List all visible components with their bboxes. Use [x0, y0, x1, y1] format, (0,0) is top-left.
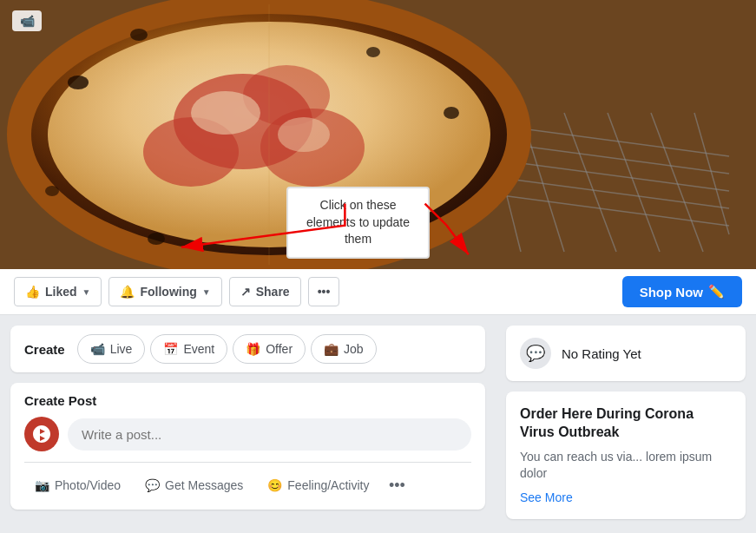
video-icon: 📹: [12, 10, 42, 31]
event-button[interactable]: 📅 Event: [150, 334, 227, 364]
right-column: 💬 No Rating Yet Order Here During Corona…: [496, 315, 756, 533]
order-title: Order Here During Corona Virus Outbreak: [520, 405, 732, 442]
photo-video-icon: 📷: [35, 478, 49, 492]
post-actions-row: 📷 Photo/Video 💬 Get Messages 😊 Feeling/A…: [24, 462, 471, 499]
svg-point-19: [68, 76, 89, 89]
post-more-button[interactable]: •••: [383, 471, 411, 499]
main-content: Create 📹 Live 📅 Event 🎁 Offer 💼 Job: [0, 315, 756, 533]
following-caret-icon: ▼: [202, 287, 211, 297]
left-column: Create 📹 Live 📅 Event 🎁 Offer 💼 Job: [0, 315, 496, 533]
following-button[interactable]: 🔔 Following ▼: [108, 277, 221, 306]
cover-area: 📹 Click on these elements to update them: [0, 0, 756, 269]
post-input[interactable]: [68, 418, 471, 451]
feeling-activity-button[interactable]: 😊 Feeling/Activity: [257, 473, 379, 497]
job-button[interactable]: 💼 Job: [311, 334, 377, 364]
event-icon: 📅: [163, 342, 178, 356]
edit-icon: ✏️: [708, 284, 725, 299]
feeling-icon: 😊: [267, 478, 282, 492]
shop-now-button[interactable]: Shop Now ✏️: [622, 276, 742, 307]
create-row: Create 📹 Live 📅 Event 🎁 Offer 💼 Job: [10, 326, 485, 372]
offer-icon: 🎁: [246, 342, 260, 356]
svg-point-26: [191, 91, 260, 135]
more-actions-button[interactable]: •••: [308, 277, 340, 306]
offer-button[interactable]: 🎁 Offer: [233, 334, 306, 364]
svg-point-27: [278, 117, 330, 152]
svg-point-21: [366, 47, 380, 57]
svg-point-24: [148, 233, 165, 245]
rating-text: No Rating Yet: [562, 346, 641, 361]
thumbs-up-icon: 👍: [25, 285, 40, 299]
liked-caret-icon: ▼: [82, 287, 91, 297]
create-label: Create: [24, 342, 65, 357]
post-more-icon: •••: [389, 477, 405, 495]
get-messages-icon: 💬: [145, 478, 160, 492]
get-messages-button[interactable]: 💬 Get Messages: [135, 473, 253, 497]
create-post-header: Create Post: [24, 393, 471, 408]
live-button[interactable]: 📹 Live: [77, 334, 146, 364]
svg-point-22: [444, 107, 459, 119]
following-icon: 🔔: [120, 285, 135, 299]
rating-icon: 💬: [520, 338, 551, 369]
job-icon: 💼: [324, 342, 339, 356]
order-card: Order Here During Corona Virus Outbreak …: [506, 392, 746, 519]
action-bar: 👍 Liked ▼ 🔔 Following ▼ ↗ Share ••• Shop…: [0, 269, 756, 315]
live-icon: 📹: [90, 342, 105, 356]
page-wrapper: 📹 Click on these elements to update them: [0, 0, 756, 533]
svg-point-20: [130, 29, 148, 41]
create-post-box: Create Post 📷 Photo/Video 💬 Get Messages: [10, 383, 485, 510]
share-icon: ↗: [240, 285, 251, 299]
share-button[interactable]: ↗ Share: [229, 277, 301, 306]
order-description: You can reach us via... lorem ipsum dolo…: [520, 449, 732, 483]
avatar: [24, 417, 59, 451]
post-input-row: [24, 417, 471, 451]
see-more-link[interactable]: See More: [520, 490, 573, 504]
more-icon: •••: [318, 285, 331, 299]
svg-point-25: [45, 186, 59, 196]
liked-button[interactable]: 👍 Liked ▼: [14, 277, 102, 306]
rating-card: 💬 No Rating Yet: [506, 326, 746, 381]
tooltip-bubble: Click on these elements to update them: [286, 187, 430, 259]
photo-video-button[interactable]: 📷 Photo/Video: [24, 473, 131, 497]
